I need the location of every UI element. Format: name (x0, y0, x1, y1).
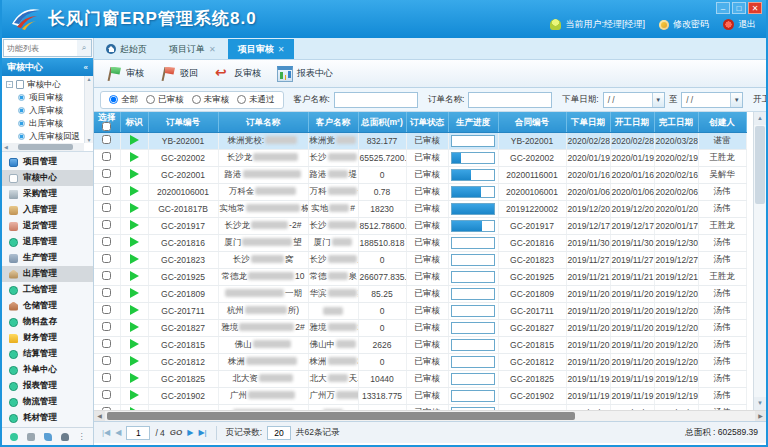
horizontal-scroll-thumb[interactable] (107, 412, 575, 420)
scroll-down-icon[interactable]: ▼ (754, 397, 766, 410)
sidebar-menu-item[interactable]: 物流管理 (2, 394, 93, 410)
vertical-scroll-thumb[interactable] (755, 126, 765, 204)
column-header[interactable]: 完工日期 (654, 112, 698, 132)
table-row[interactable]: GC-201711 杭州所) 0 已审核 GC-201711 2019/11/2… (94, 302, 746, 319)
collapse-icon[interactable]: « (84, 63, 88, 72)
tree-item[interactable]: 项目审核 (6, 91, 83, 104)
customer-name-input[interactable] (334, 92, 418, 108)
table-row[interactable]: GC-201902 广州 广州万森林 13318.775 已审核 GC-2019… (94, 387, 746, 404)
sidebar-menu-item[interactable]: 退货管理 (2, 218, 93, 234)
tree-scroll-thumb[interactable] (18, 144, 73, 150)
prev-page-button[interactable]: ◀ (115, 428, 121, 437)
sidebar-menu-item[interactable]: 结算管理 (2, 346, 93, 362)
page-number-input[interactable] (126, 426, 150, 440)
select-all-checkbox[interactable] (102, 122, 111, 131)
filter-radio[interactable]: 未通过 (237, 94, 275, 106)
row-checkbox[interactable] (102, 322, 111, 331)
row-checkbox[interactable] (102, 339, 111, 348)
scroll-up-icon[interactable]: ▲ (754, 112, 766, 125)
tree-vertical-scrollbar[interactable]: ▲▼ (84, 76, 93, 143)
column-header[interactable]: 订单状态 (406, 112, 448, 132)
order-name-input[interactable] (468, 92, 552, 108)
first-page-button[interactable]: |◀ (102, 428, 110, 437)
toolbar-button[interactable]: 报表中心 (273, 63, 341, 85)
toolbar-button[interactable]: 反审核 (210, 63, 269, 85)
column-header[interactable]: 订单名称 (218, 112, 308, 132)
table-row[interactable]: GC-201815 佛山 佛山中 2626 已审核 GC-201815 2019… (94, 336, 746, 353)
change-password-button[interactable]: 修改密码 (659, 18, 709, 31)
column-header[interactable]: 总面积(m²) (358, 112, 406, 132)
sidebar-menu-item[interactable]: 工地管理 (2, 282, 93, 298)
table-horizontal-scrollbar[interactable]: ◀ ▶ (94, 410, 766, 421)
scroll-right-icon[interactable]: ▶ (755, 411, 766, 421)
minimize-button[interactable]: – (716, 2, 730, 14)
table-row[interactable]: GC-201917 长沙龙-2# 长沙天... 8512.78600... 已审… (94, 217, 746, 234)
column-header[interactable]: 订单编号 (148, 112, 218, 132)
column-header[interactable]: 合同编号 (498, 112, 566, 132)
sidebar-menu-item[interactable]: 出库管理 (2, 266, 93, 282)
table-row[interactable]: GC-201825 北大资 北大天... 10440 已审核 GC-201825… (94, 370, 746, 387)
sidebar-menu-item[interactable]: 退库管理 (2, 234, 93, 250)
sidebar-menu-item[interactable]: 补单中心 (2, 362, 93, 378)
row-checkbox[interactable] (102, 237, 111, 246)
row-checkbox[interactable] (102, 288, 111, 297)
toolbar-button[interactable]: 审核 (102, 63, 152, 85)
column-header[interactable]: 标识 (120, 112, 148, 132)
radio-input[interactable] (109, 95, 118, 104)
row-checkbox[interactable] (102, 373, 111, 382)
row-checkbox[interactable] (102, 390, 111, 399)
table-row[interactable]: GC-201827 雅境2# 雅境24 0 已审核 GC-201827 2019… (94, 319, 746, 336)
row-checkbox[interactable] (102, 135, 111, 144)
tab-close-icon[interactable]: ✕ (278, 45, 285, 54)
tab[interactable]: 起始页 (96, 39, 157, 59)
tree-item[interactable]: 出库审核 (6, 117, 83, 130)
tree-root-audit-center[interactable]: - 审核中心 (6, 78, 83, 91)
tree-horizontal-scrollbar[interactable]: ◀ (2, 143, 84, 151)
function-search-input[interactable] (4, 40, 77, 56)
row-checkbox[interactable] (102, 203, 111, 212)
tree-item[interactable]: 入库审核 (6, 104, 83, 117)
go-button[interactable]: GO (170, 428, 182, 437)
table-row[interactable]: GC-201812 株洲 株洲利 0 已审核 GC-201812 2019/11… (94, 353, 746, 370)
search-icon[interactable]: ⌕ (77, 40, 91, 56)
sidebar-menu-item[interactable]: 项目管理 (2, 154, 93, 170)
scroll-left-icon[interactable]: ◀ (2, 144, 10, 150)
row-checkbox[interactable] (102, 152, 111, 161)
sidebar-menu-item[interactable]: 审核中心 (2, 170, 93, 186)
filter-radio[interactable]: 未审核 (192, 94, 230, 106)
sidebar-menu-item[interactable]: 入库管理 (2, 202, 93, 218)
tree-item[interactable]: 入库审核回退 (6, 130, 83, 143)
tab[interactable]: 项目审核 ✕ (228, 39, 295, 59)
row-checkbox[interactable] (102, 356, 111, 365)
table-row[interactable]: 20200106001 万科金 万科一期 0.78 已审核 2020010600… (94, 183, 746, 200)
row-checkbox[interactable] (102, 271, 111, 280)
order-date-picker[interactable]: / / ▼ (603, 92, 665, 108)
scroll-left-icon[interactable]: ◀ (94, 411, 105, 421)
column-header[interactable]: 客户名称 (308, 112, 358, 132)
filter-radio[interactable]: 已审核 (146, 94, 184, 106)
last-page-button[interactable]: ▶| (198, 428, 206, 437)
order-date-to-picker[interactable]: / / ▼ (681, 92, 743, 108)
person-icon[interactable] (61, 433, 69, 441)
tab[interactable]: 项目订单 ✕ (159, 39, 226, 59)
sidebar-menu-item[interactable]: 报表管理 (2, 378, 93, 394)
cart-icon[interactable] (27, 433, 35, 441)
row-checkbox[interactable] (102, 254, 111, 263)
column-header[interactable]: 下单日期 (566, 112, 610, 132)
column-header[interactable]: 创建人 (698, 112, 746, 132)
sidebar-menu-item[interactable]: 采购管理 (2, 186, 93, 202)
table-row[interactable]: GC-202001 路港 路港堤 0 已审核 20200116001 2020/… (94, 166, 746, 183)
column-header[interactable]: 生产进度 (448, 112, 498, 132)
chevron-down-icon[interactable]: ▼ (652, 93, 664, 107)
table-row[interactable]: GC-201925 常德龙10 常德泉 266077.835... 已审核 GC… (94, 268, 746, 285)
page-size-input[interactable] (267, 426, 291, 440)
tab-close-icon[interactable]: ✕ (209, 45, 216, 54)
radio-input[interactable] (192, 95, 201, 104)
row-checkbox[interactable] (102, 169, 111, 178)
toolbar-button[interactable]: 驳回 (156, 63, 206, 85)
table-row[interactable]: GC-201817B 实地常栋 实地# 18230 已审核 2019122000… (94, 200, 746, 217)
row-checkbox[interactable] (102, 220, 111, 229)
send-icon[interactable] (44, 433, 52, 441)
column-header[interactable]: 选择 (94, 112, 120, 132)
sidebar-menu-item[interactable]: 仓储管理 (2, 298, 93, 314)
